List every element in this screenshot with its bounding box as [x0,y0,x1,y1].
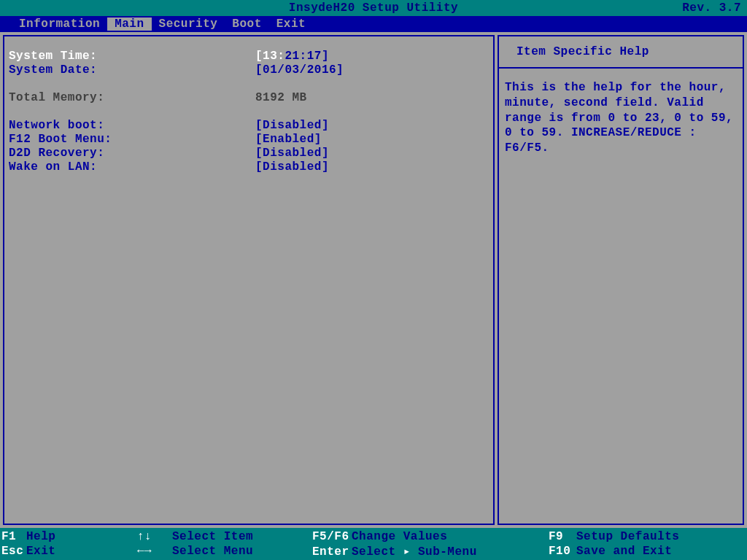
field-wake-on-lan[interactable]: Wake on LAN: [Disabled] [9,160,489,174]
footer-bar: F1Help ↑↓Select Item F5/F6Change Values … [0,528,747,560]
hint-help: F1Help [0,530,137,543]
value-f12-boot-menu: [Enabled] [255,133,322,147]
value-system-time: [13:21:17] [255,50,329,63]
title-bar: InsydeH20 Setup Utility Rev. 3.7 [0,0,747,16]
label-d2d-recovery: D2D Recovery: [9,147,255,160]
help-panel: Item Specific Help This is the help for … [498,35,744,525]
arrows-updown-icon: ↑↓ [137,530,172,543]
tab-boot[interactable]: Boot [225,18,268,31]
label-system-date: System Date: [9,63,255,77]
revision-label: Rev. 3.7 [682,1,741,15]
value-wake-on-lan: [Disabled] [255,160,329,174]
field-total-memory: Total Memory: 8192 MB [9,91,489,105]
tab-security[interactable]: Security [152,18,225,31]
label-network-boot: Network boot: [9,119,255,133]
app-title: InsydeH20 Setup Utility [289,1,458,15]
hint-exit: EscExit [0,545,137,558]
hint-select-submenu: EnterSelect ▸ Sub-Menu [312,544,549,559]
help-title: Item Specific Help [499,36,743,69]
label-total-memory: Total Memory: [9,91,255,105]
tab-information[interactable]: Information [12,18,107,31]
menu-bar: Information Main Security Boot Exit [0,16,747,32]
tab-exit[interactable]: Exit [269,18,313,31]
label-f12-boot-menu: F12 Boot Menu: [9,133,255,147]
value-network-boot: [Disabled] [255,119,329,133]
tab-main[interactable]: Main [107,18,151,31]
field-d2d-recovery[interactable]: D2D Recovery: [Disabled] [9,147,489,160]
hint-save-exit: F10Save and Exit [549,545,747,558]
content-area: System Time: [13:21:17] System Date: [01… [0,32,747,528]
value-total-memory: 8192 MB [255,91,307,105]
submenu-arrow-icon: ▸ [403,544,411,559]
arrows-leftright-icon: ←→ [137,545,172,558]
hint-change-values: F5/F6Change Values [312,530,549,543]
field-system-date[interactable]: System Date: [01/03/2016] [9,63,489,77]
hint-select-menu: ←→Select Menu [137,545,312,558]
label-wake-on-lan: Wake on LAN: [9,160,255,174]
hint-select-item: ↑↓Select Item [137,530,312,543]
value-system-date: [01/03/2016] [255,63,344,77]
hint-setup-defaults: F9Setup Defaults [549,530,747,543]
value-d2d-recovery: [Disabled] [255,147,329,160]
label-system-time: System Time: [9,50,255,63]
help-text: This is the help for the hour, minute, s… [499,69,743,162]
settings-panel: System Time: [13:21:17] System Date: [01… [3,35,495,525]
field-f12-boot-menu[interactable]: F12 Boot Menu: [Enabled] [9,133,489,147]
field-network-boot[interactable]: Network boot: [Disabled] [9,119,489,133]
field-system-time[interactable]: System Time: [13:21:17] [9,50,489,63]
